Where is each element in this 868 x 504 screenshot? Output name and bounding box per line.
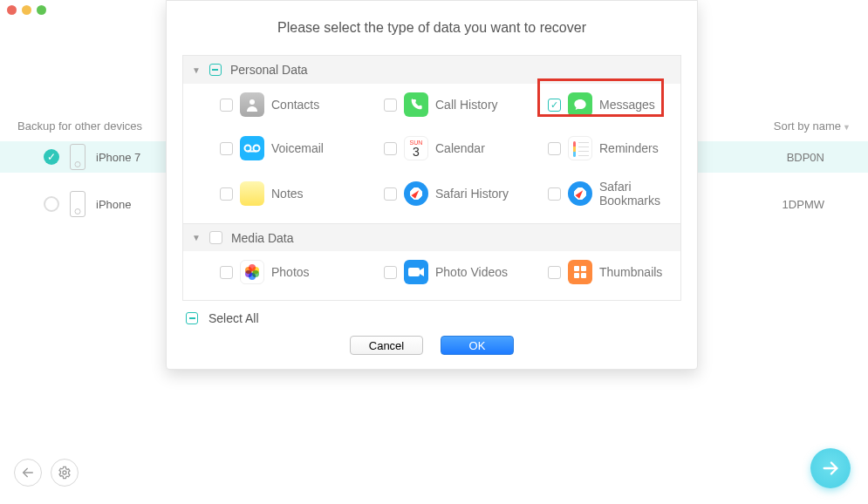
section-header-media[interactable]: ▼ Media Data — [183, 223, 680, 251]
next-button[interactable] — [810, 448, 851, 488]
photos-icon — [240, 260, 264, 284]
select-all-label: Select All — [208, 311, 259, 325]
item-safari-history[interactable]: Safari History — [352, 180, 516, 208]
item-messages[interactable]: Messages — [516, 92, 680, 117]
item-label: Contacts — [271, 98, 319, 112]
backup-label: Backup for other devices — [17, 119, 142, 133]
item-calendar[interactable]: SUN 3 Calendar — [352, 136, 516, 160]
device-serial: BDP0N — [787, 151, 824, 164]
item-label: Safari Bookmarks — [599, 180, 680, 208]
select-all-row[interactable]: Select All — [182, 301, 681, 329]
check-icon: ✓ — [44, 149, 59, 165]
modal-buttons: Cancel OK — [167, 329, 697, 369]
item-voicemail[interactable]: Voicemail — [188, 136, 352, 160]
section-checkbox[interactable] — [209, 64, 222, 76]
phone-icon — [404, 92, 428, 117]
select-all-checkbox[interactable] — [186, 312, 198, 324]
checkbox[interactable] — [384, 99, 397, 112]
svg-rect-13 — [581, 266, 586, 271]
close-icon[interactable] — [7, 5, 17, 15]
media-data-items: Photos Photo Videos Thumbnails — [183, 251, 680, 300]
checkbox[interactable] — [384, 142, 397, 155]
personal-data-items: Contacts Call History Messages — [183, 84, 680, 223]
window-controls — [7, 5, 46, 15]
item-label: Call History — [435, 98, 498, 112]
settings-button[interactable] — [51, 459, 79, 487]
item-contacts[interactable]: Contacts — [188, 92, 352, 117]
thumbnails-icon — [568, 260, 592, 284]
svg-point-1 — [245, 146, 251, 152]
svg-rect-10 — [408, 268, 420, 276]
item-label: Messages — [599, 98, 655, 112]
svg-point-17 — [63, 471, 66, 474]
item-label: Voicemail — [271, 141, 324, 155]
chevron-down-icon: ▼ — [843, 123, 851, 132]
checkbox[interactable] — [548, 187, 561, 201]
minimize-icon[interactable] — [22, 5, 31, 15]
checkbox[interactable] — [548, 142, 561, 155]
svg-marker-11 — [420, 268, 424, 276]
voicemail-icon — [240, 136, 264, 160]
item-label: Photo Videos — [435, 265, 508, 279]
item-thumbnails[interactable]: Thumbnails — [516, 260, 680, 284]
phone-icon — [70, 144, 85, 170]
checkbox[interactable] — [220, 266, 233, 279]
checkbox[interactable] — [384, 266, 397, 279]
cancel-button[interactable]: Cancel — [350, 336, 423, 355]
notes-icon — [240, 181, 264, 206]
zoom-icon[interactable] — [37, 5, 46, 15]
calendar-icon: SUN 3 — [404, 136, 428, 160]
ok-button[interactable]: OK — [441, 336, 514, 355]
item-notes[interactable]: Notes — [188, 180, 352, 208]
section-header-personal[interactable]: ▼ Personal Data — [183, 56, 680, 84]
safari-icon — [404, 181, 428, 206]
radio-empty-icon — [44, 196, 59, 212]
checkbox[interactable] — [384, 187, 397, 201]
device-name: iPhone — [96, 198, 131, 211]
svg-point-2 — [254, 146, 260, 152]
messages-icon — [568, 92, 592, 117]
section-label: Media Data — [231, 231, 294, 245]
chevron-down-icon: ▼ — [192, 233, 201, 242]
checkbox[interactable] — [548, 99, 561, 112]
item-photo-videos[interactable]: Photo Videos — [352, 260, 516, 284]
chevron-down-icon: ▼ — [192, 65, 201, 75]
checkbox[interactable] — [548, 266, 561, 279]
item-photos[interactable]: Photos — [188, 260, 352, 284]
item-safari-bookmarks[interactable]: Safari Bookmarks — [516, 180, 680, 208]
item-reminders[interactable]: Reminders — [516, 136, 680, 160]
svg-rect-14 — [574, 273, 579, 278]
section-label: Personal Data — [230, 63, 308, 77]
device-serial: 1DPMW — [783, 198, 824, 211]
item-label: Notes — [271, 187, 304, 201]
item-label: Thumbnails — [599, 265, 662, 279]
reminders-icon — [568, 136, 592, 160]
item-label: Safari History — [435, 187, 509, 201]
svg-point-9 — [245, 267, 252, 274]
contacts-icon — [240, 92, 264, 117]
photo-videos-icon — [404, 260, 428, 284]
device-name: iPhone 7 — [96, 151, 140, 164]
modal-title: Please select the type of data you want … — [167, 1, 697, 55]
back-button[interactable] — [14, 459, 42, 487]
item-label: Calendar — [435, 141, 485, 155]
recover-type-modal: Please select the type of data you want … — [166, 0, 698, 370]
item-call-history[interactable]: Call History — [352, 92, 516, 117]
item-label: Photos — [271, 265, 310, 279]
data-type-panel: ▼ Personal Data Contacts Cal — [182, 55, 681, 301]
checkbox[interactable] — [220, 187, 233, 201]
phone-icon — [70, 191, 85, 217]
svg-rect-12 — [574, 266, 579, 271]
bottom-left-nav — [14, 459, 79, 487]
safari-icon — [568, 181, 592, 206]
svg-point-0 — [249, 99, 255, 105]
checkbox[interactable] — [220, 99, 233, 112]
checkbox[interactable] — [220, 142, 233, 155]
sort-control[interactable]: Sort by name▼ — [774, 119, 851, 133]
svg-rect-15 — [581, 273, 586, 278]
item-label: Reminders — [599, 141, 659, 155]
section-checkbox[interactable] — [209, 231, 222, 244]
